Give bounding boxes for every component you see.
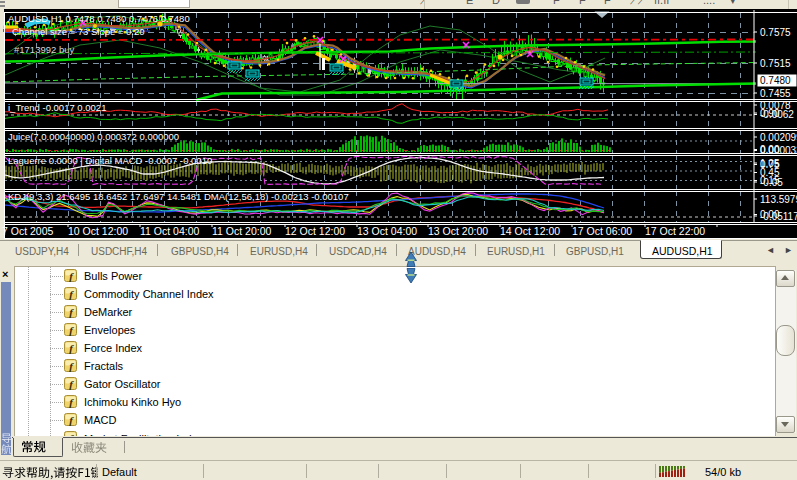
svg-text:7 Oct 2005: 7 Oct 2005: [2, 225, 54, 237]
svg-text:12 Oct 12:00: 12 Oct 12:00: [285, 225, 345, 237]
svg-text:i_Trend -0.0017 0.0021: i_Trend -0.0017 0.0021: [8, 102, 106, 113]
svg-text:-0.05: -0.05: [760, 177, 783, 188]
svg-text:113.5979: 113.5979: [760, 194, 797, 205]
svg-text:0.7515: 0.7515: [760, 58, 791, 69]
svg-text:11 Oct 04:00: 11 Oct 04:00: [140, 225, 200, 237]
svg-text:Channel size = 73 Slope = 0.20: Channel size = 73 Slope = 0.20: [12, 26, 145, 37]
svg-text:0.002099: 0.002099: [760, 132, 797, 143]
svg-text:13 Oct 20:00: 13 Oct 20:00: [428, 225, 488, 237]
svg-text:17 Oct 06:00: 17 Oct 06:00: [572, 225, 632, 237]
svg-text:0.7575: 0.7575: [760, 27, 791, 38]
svg-text:Laguerre 0.0000 | Digital MACD: Laguerre 0.0000 | Digital MACD -0.0007 -…: [8, 155, 212, 166]
svg-text:#1713992 buy: #1713992 buy: [14, 44, 74, 55]
svg-text:AUDUSD,H1 0.7478 0.7480 0.747: AUDUSD,H1 0.7478 0.7480 0.7476 0.7480: [8, 13, 190, 24]
svg-text:KDJ(9,3,3) 21.6495 18.6452 17.: KDJ(9,3,3) 21.6495 18.6452 17.6497 14.54…: [8, 191, 349, 202]
svg-text:-0.0062: -0.0062: [760, 109, 794, 120]
svg-text:13 Oct 04:00: 13 Oct 04:00: [357, 225, 417, 237]
svg-text:0.7455: 0.7455: [760, 88, 791, 99]
svg-text:Juice(7,0.00040000) 0.000372 0: Juice(7,0.00040000) 0.000372 0.000000: [8, 131, 179, 142]
svg-text:0.7480: 0.7480: [760, 75, 791, 86]
svg-text:0.000033: 0.000033: [760, 145, 797, 156]
svg-text:14 Oct 12:00: 14 Oct 12:00: [500, 225, 560, 237]
svg-text:17 Oct 22:00: 17 Oct 22:00: [645, 225, 705, 237]
svg-text:10 Oct 12:00: 10 Oct 12:00: [68, 225, 128, 237]
svg-text:11 Oct 20:00: 11 Oct 20:00: [212, 225, 272, 237]
svg-text:-0.05117: -0.05117: [760, 211, 797, 222]
